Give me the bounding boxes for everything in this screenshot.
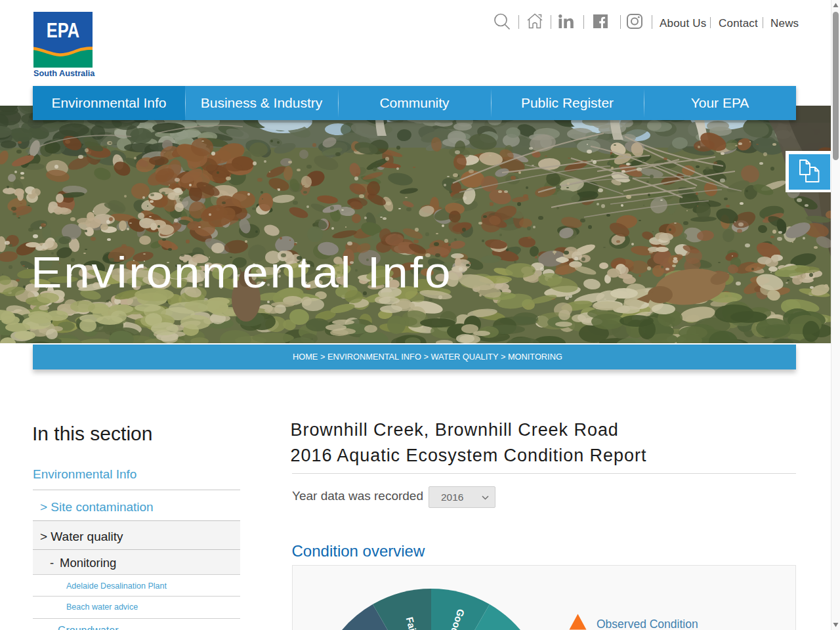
svg-text:Observed Condition: Observed Condition (597, 618, 698, 630)
